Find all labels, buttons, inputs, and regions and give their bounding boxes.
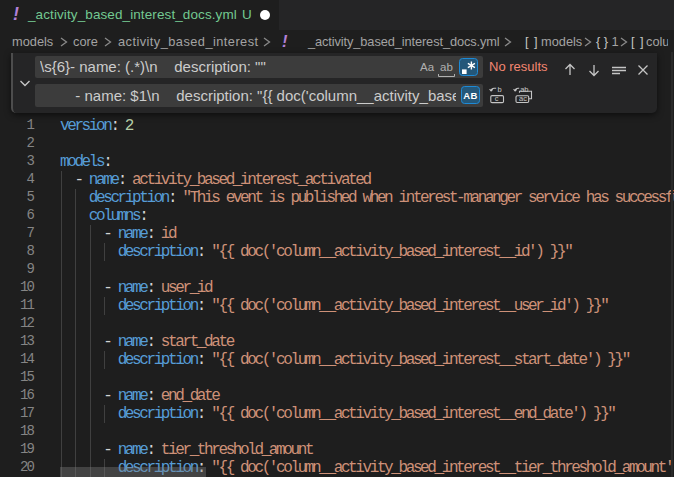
svg-text:b: b (498, 86, 502, 94)
svg-text:c: c (495, 94, 499, 103)
svg-text:ac: ac (519, 94, 527, 103)
svg-text:ab: ab (520, 86, 528, 94)
